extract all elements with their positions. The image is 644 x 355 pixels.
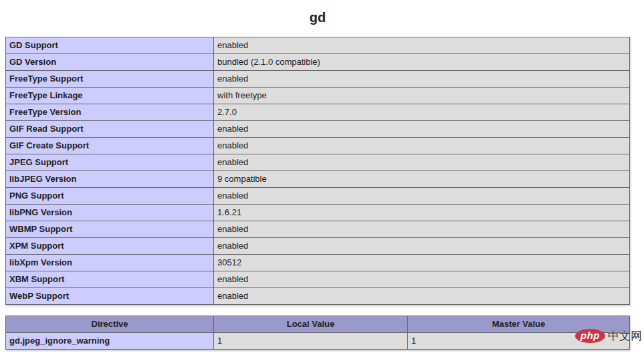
property-name: FreeType Version — [6, 104, 214, 121]
property-name: FreeType Support — [6, 71, 214, 88]
directives-table: Directive Local Value Master Value gd.jp… — [5, 316, 630, 350]
table-row: FreeType Linkage with freetype — [6, 88, 630, 104]
property-name: GIF Create Support — [6, 138, 214, 154]
property-name: PNG Support — [6, 188, 214, 205]
column-header-directive: Directive — [6, 316, 214, 333]
gd-info-table: GD Support enabled GD Version bundled (2… — [5, 37, 630, 305]
table-row: GIF Read Support enabled — [6, 121, 630, 138]
property-name: FreeType Linkage — [6, 88, 214, 104]
table-row: GD Version bundled (2.1.0 compatible) — [6, 54, 630, 71]
column-header-local-value: Local Value — [214, 316, 408, 333]
table-row: XBM Support enabled — [6, 271, 630, 288]
table-row: JPEG Support enabled — [6, 154, 630, 171]
property-value: enabled — [214, 121, 630, 138]
property-value: enabled — [214, 138, 630, 154]
property-value: enabled — [214, 71, 630, 88]
table-row: libXpm Version 30512 — [6, 255, 630, 271]
table-header-row: Directive Local Value Master Value — [6, 316, 630, 333]
column-header-master-value: Master Value — [408, 316, 630, 333]
property-value: 1.6.21 — [214, 205, 630, 221]
page-title: gd — [5, 10, 630, 25]
property-name: XBM Support — [6, 271, 214, 288]
property-name: GD Version — [6, 54, 214, 71]
property-value: enabled — [214, 37, 630, 54]
directive-name: gd.jpeg_ignore_warning — [6, 333, 214, 350]
table-row: GIF Create Support enabled — [6, 138, 630, 154]
table-row: libPNG Version 1.6.21 — [6, 205, 630, 221]
property-name: XPM Support — [6, 238, 214, 255]
property-value: enabled — [214, 188, 630, 205]
table-row: FreeType Version 2.7.0 — [6, 104, 630, 121]
table-row: libJPEG Version 9 compatible — [6, 171, 630, 188]
property-name: libJPEG Version — [6, 171, 214, 188]
directive-local-value: 1 — [214, 333, 408, 350]
table-row: XPM Support enabled — [6, 238, 630, 255]
property-name: GD Support — [6, 37, 214, 54]
property-value: 9 compatible — [214, 171, 630, 188]
property-value: enabled — [214, 154, 630, 171]
property-value: 2.7.0 — [214, 104, 630, 121]
property-value: with freetype — [214, 88, 630, 104]
property-value: enabled — [214, 221, 630, 238]
table-row: WebP Support enabled — [6, 288, 630, 305]
property-value: enabled — [214, 271, 630, 288]
property-name: GIF Read Support — [6, 121, 214, 138]
property-value: enabled — [214, 238, 630, 255]
property-name: WBMP Support — [6, 221, 214, 238]
table-row: FreeType Support enabled — [6, 71, 630, 88]
property-name: libXpm Version — [6, 255, 214, 271]
property-value: bundled (2.1.0 compatible) — [214, 54, 630, 71]
table-row: gd.jpeg_ignore_warning 1 1 — [6, 333, 630, 350]
property-value: 30512 — [214, 255, 630, 271]
property-name: libPNG Version — [6, 205, 214, 221]
table-row: WBMP Support enabled — [6, 221, 630, 238]
directive-master-value: 1 — [408, 333, 630, 350]
table-row: GD Support enabled — [6, 37, 630, 54]
property-name: WebP Support — [6, 288, 214, 305]
property-name: JPEG Support — [6, 154, 214, 171]
table-row: PNG Support enabled — [6, 188, 630, 205]
property-value: enabled — [214, 288, 630, 305]
